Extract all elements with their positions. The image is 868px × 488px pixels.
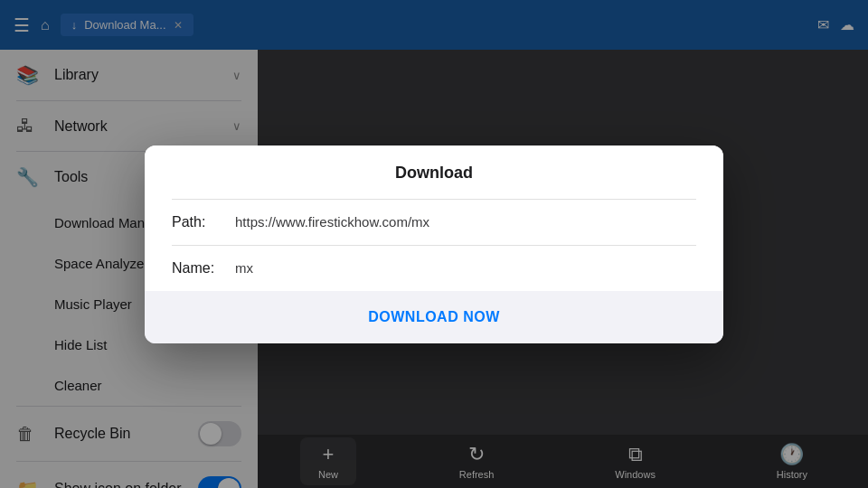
modal-overlay[interactable]: Download Path: https://www.firestickhow.… xyxy=(0,0,868,488)
modal-title: Download xyxy=(172,164,696,200)
modal-footer: DOWNLOAD NOW xyxy=(145,291,723,343)
name-value: mx xyxy=(235,260,696,276)
name-label: Name: xyxy=(172,260,235,277)
app-container: ☰ ⌂ ↓ Download Ma... ✕ ✉ ☁ 📚 Library ∨ 🖧 xyxy=(0,0,868,488)
modal-name-field: Name: mx xyxy=(172,246,696,291)
download-modal: Download Path: https://www.firestickhow.… xyxy=(145,145,723,343)
modal-path-field: Path: https://www.firestickhow.com/mx xyxy=(172,200,696,246)
path-value: https://www.firestickhow.com/mx xyxy=(235,214,696,230)
modal-body: Path: https://www.firestickhow.com/mx Na… xyxy=(145,200,723,291)
download-now-button[interactable]: DOWNLOAD NOW xyxy=(332,302,536,333)
path-label: Path: xyxy=(172,214,235,230)
modal-header: Download xyxy=(145,145,723,200)
